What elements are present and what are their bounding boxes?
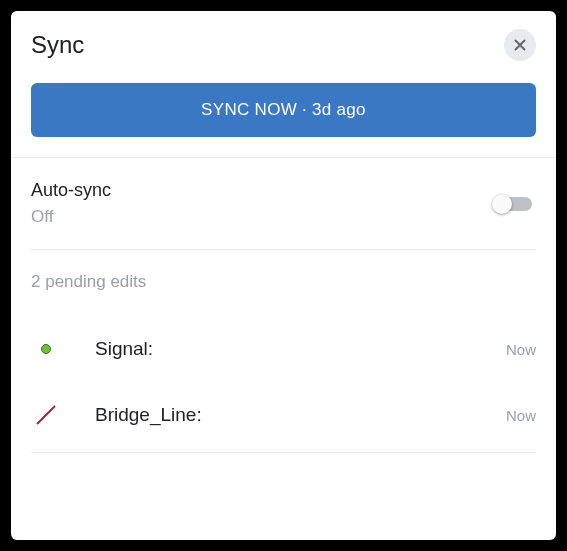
pending-section: 2 pending edits Signal: Now Bridge_Line:… bbox=[11, 250, 556, 448]
line-icon bbox=[31, 400, 61, 430]
point-icon bbox=[31, 334, 61, 364]
edit-time: Now bbox=[506, 407, 536, 424]
list-item[interactable]: Signal: Now bbox=[31, 316, 536, 382]
svg-line-0 bbox=[37, 406, 55, 424]
edit-name: Signal: bbox=[95, 338, 506, 360]
sync-button-wrap: SYNC NOW · 3d ago bbox=[11, 67, 556, 157]
list-item[interactable]: Bridge_Line: Now bbox=[31, 382, 536, 448]
autosync-text: Auto-sync Off bbox=[31, 180, 111, 227]
pending-count-label: 2 pending edits bbox=[31, 272, 536, 292]
autosync-toggle[interactable] bbox=[492, 194, 536, 214]
sync-panel: Sync SYNC NOW · 3d ago Auto-sync Off 2 p… bbox=[11, 11, 556, 540]
page-title: Sync bbox=[31, 31, 84, 59]
toggle-thumb bbox=[492, 194, 512, 214]
close-button[interactable] bbox=[504, 29, 536, 61]
edit-name: Bridge_Line: bbox=[95, 404, 506, 426]
panel-header: Sync bbox=[11, 19, 556, 67]
autosync-status: Off bbox=[31, 207, 111, 227]
divider bbox=[31, 452, 536, 453]
autosync-label: Auto-sync bbox=[31, 180, 111, 201]
edit-time: Now bbox=[506, 341, 536, 358]
close-icon bbox=[511, 36, 529, 54]
autosync-row: Auto-sync Off bbox=[11, 158, 556, 249]
sync-now-button[interactable]: SYNC NOW · 3d ago bbox=[31, 83, 536, 137]
